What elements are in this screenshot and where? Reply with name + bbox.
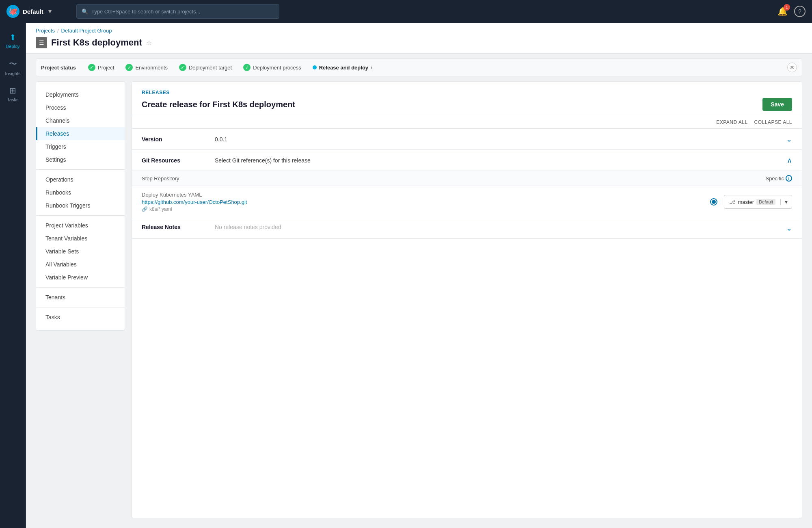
left-nav-item-releases[interactable]: Releases xyxy=(36,127,125,140)
global-search[interactable]: 🔍 Type Ctrl+Space to search or switch pr… xyxy=(76,4,279,19)
radio-button[interactable] xyxy=(710,198,717,206)
main-layout: ⬆ Deploy 〜 Insights ⊞ Tasks Projects / D… xyxy=(0,23,812,528)
status-item-release-deploy[interactable]: Release and deploy › xyxy=(307,65,378,71)
nav-divider-1 xyxy=(36,169,125,170)
project-status-bar: Project status ✓ Project ✓ Environments … xyxy=(36,58,802,76)
left-nav-item-runbooks[interactable]: Runbooks xyxy=(36,186,125,199)
breadcrumb: Projects / Default Project Group xyxy=(36,28,802,34)
left-nav-item-variable-sets[interactable]: Variable Sets xyxy=(36,245,125,258)
expand-collapse-row: EXPAND ALL COLLAPSE ALL xyxy=(132,116,802,129)
status-bar-close[interactable]: ✕ xyxy=(787,63,797,72)
notifications-button[interactable]: 🔔 1 xyxy=(777,6,788,16)
sidebar-item-label-insights: Insights xyxy=(5,71,21,76)
left-nav-item-settings[interactable]: Settings xyxy=(36,153,125,166)
help-icon: ? xyxy=(798,8,801,15)
status-project-label: Project xyxy=(98,65,114,71)
content-area: Projects / Default Project Group ☰ First… xyxy=(26,23,812,528)
workspace-name: Default xyxy=(23,8,43,15)
releases-title: Create release for First K8s deployment xyxy=(142,100,295,109)
deploy-path: 🔗 k8s/*.yaml xyxy=(142,206,704,212)
left-nav-item-operations[interactable]: Operations xyxy=(36,173,125,186)
branch-dropdown-button[interactable]: ▾ xyxy=(781,199,792,205)
release-notes-toggle-icon[interactable]: ⌄ xyxy=(786,224,792,233)
environments-status-check: ✓ xyxy=(125,64,133,71)
left-nav-item-channels[interactable]: Channels xyxy=(36,114,125,127)
branch-main: ⎇ master Default xyxy=(724,199,781,205)
project-status-check: ✓ xyxy=(88,64,95,71)
status-item-deployment-target[interactable]: ✓ Deployment target xyxy=(173,64,238,71)
left-nav-item-process[interactable]: Process xyxy=(36,101,125,114)
workspace-dropdown-icon: ▾ xyxy=(48,8,52,15)
sidebar-item-deploy[interactable]: ⬆ Deploy xyxy=(2,29,24,52)
left-nav-item-runbook-triggers[interactable]: Runbook Triggers xyxy=(36,199,125,212)
git-resource-info: Deploy Kubernetes YAML https://github.co… xyxy=(142,192,704,212)
left-nav-item-project-variables[interactable]: Project Variables xyxy=(36,219,125,232)
page-header: Projects / Default Project Group ☰ First… xyxy=(26,23,812,54)
status-environments-label: Environments xyxy=(135,65,167,71)
top-nav: 🐙 Default ▾ 🔍 Type Ctrl+Space to search … xyxy=(0,0,812,23)
main-content: Releases Create release for First K8s de… xyxy=(132,81,802,518)
breadcrumb-projects-link[interactable]: Projects xyxy=(36,28,55,34)
deploy-path-text: k8s/*.yaml xyxy=(149,206,172,212)
version-row: Version 0.0.1 ⌄ xyxy=(132,129,802,150)
release-notes-label: Release Notes xyxy=(142,224,215,230)
breadcrumb-group[interactable]: Default Project Group xyxy=(61,28,112,34)
notification-badge: 1 xyxy=(784,4,790,11)
help-button[interactable]: ? xyxy=(794,6,806,17)
deploy-url[interactable]: https://github.com/your-user/OctoPetShop… xyxy=(142,199,704,205)
expand-all-button[interactable]: EXPAND ALL xyxy=(716,119,747,125)
search-placeholder: Type Ctrl+Space to search or switch proj… xyxy=(91,9,200,15)
sidebar: ⬆ Deploy 〜 Insights ⊞ Tasks xyxy=(0,23,26,528)
status-deployment-target-label: Deployment target xyxy=(189,65,232,71)
branch-name: master xyxy=(738,199,754,205)
git-resource-entry: Deploy Kubernetes YAML https://github.co… xyxy=(132,186,802,218)
collapse-all-button[interactable]: COLLAPSE ALL xyxy=(754,119,792,125)
deployment-process-status-check: ✓ xyxy=(243,64,251,71)
sidebar-item-label-tasks: Tasks xyxy=(7,97,18,102)
project-icon-symbol: ☰ xyxy=(39,39,44,46)
branch-tag: Default xyxy=(756,199,775,205)
left-nav-item-tenants[interactable]: Tenants xyxy=(36,291,125,304)
project-icon: ☰ xyxy=(36,37,47,48)
left-nav-item-variable-preview[interactable]: Variable Preview xyxy=(36,271,125,284)
status-deployment-process-label: Deployment process xyxy=(253,65,301,71)
release-notes-row: Release Notes No release notes provided … xyxy=(132,218,802,239)
left-nav-item-tenant-variables[interactable]: Tenant Variables xyxy=(36,232,125,245)
left-nav-item-triggers[interactable]: Triggers xyxy=(36,140,125,153)
status-item-environments[interactable]: ✓ Environments xyxy=(120,64,173,71)
status-item-project[interactable]: ✓ Project xyxy=(82,64,120,71)
release-deploy-status-dot xyxy=(313,65,317,69)
branch-selector[interactable]: ⎇ master Default ▾ xyxy=(724,195,792,209)
left-nav-item-all-variables[interactable]: All Variables xyxy=(36,258,125,271)
page-title-row: ☰ First K8s deployment ☆ xyxy=(36,37,802,48)
git-sub-header: Step Repository Specific i xyxy=(132,171,802,186)
nav-divider-3 xyxy=(36,287,125,288)
sidebar-item-tasks[interactable]: ⊞ Tasks xyxy=(2,82,24,105)
sidebar-item-label-deploy: Deploy xyxy=(6,44,19,49)
version-toggle-icon[interactable]: ⌄ xyxy=(786,135,792,144)
status-chevron-icon: › xyxy=(371,65,372,70)
nav-divider-2 xyxy=(36,215,125,216)
git-resources-placeholder: Select Git reference(s) for this release xyxy=(215,157,787,164)
search-icon: 🔍 xyxy=(82,9,88,15)
close-icon: ✕ xyxy=(790,64,795,71)
nav-divider-4 xyxy=(36,307,125,307)
git-resources-toggle-icon[interactable]: ∧ xyxy=(787,156,792,165)
left-nav-item-deployments[interactable]: Deployments xyxy=(36,88,125,101)
left-nav-item-tasks-sub[interactable]: Tasks xyxy=(36,311,125,324)
specific-label: Specific xyxy=(765,175,784,182)
git-resources-body: Step Repository Specific i Deploy Kubern… xyxy=(132,171,802,218)
releases-header: Releases Create release for First K8s de… xyxy=(132,82,802,116)
status-item-deployment-process[interactable]: ✓ Deployment process xyxy=(238,64,307,71)
workspace-selector[interactable]: 🐙 Default ▾ xyxy=(6,5,71,18)
deployment-target-status-check: ✓ xyxy=(179,64,186,71)
save-button[interactable]: Save xyxy=(762,98,792,111)
sidebar-item-insights[interactable]: 〜 Insights xyxy=(2,55,24,79)
octopus-logo: 🐙 xyxy=(6,5,19,18)
git-resources-label: Git Resources xyxy=(142,157,215,164)
two-col-layout: Deployments Process Channels Releases Tr… xyxy=(26,81,812,528)
branch-icon: ⎇ xyxy=(729,199,735,205)
info-icon[interactable]: i xyxy=(786,175,792,182)
favorite-icon[interactable]: ☆ xyxy=(146,39,152,47)
releases-title-row: Create release for First K8s deployment … xyxy=(142,98,792,111)
